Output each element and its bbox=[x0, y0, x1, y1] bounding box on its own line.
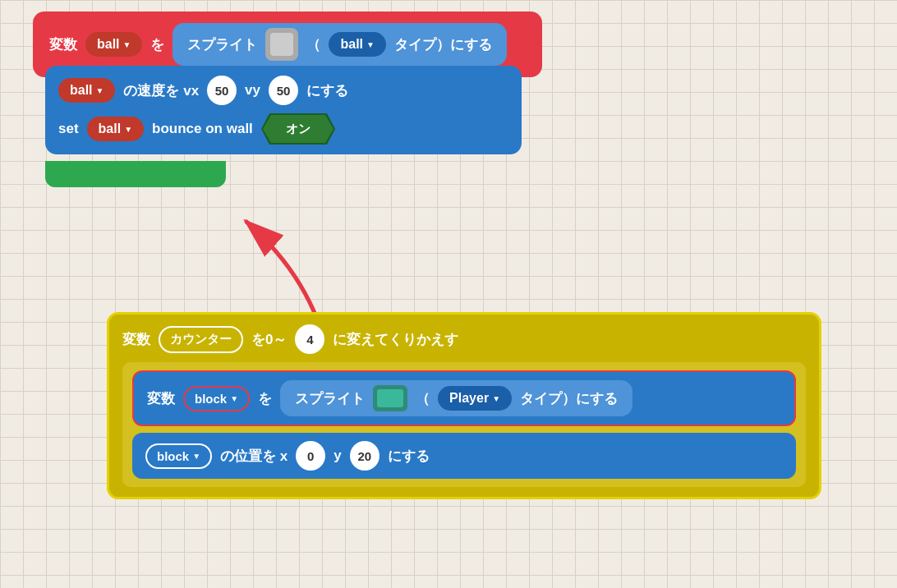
green-bottom-strip bbox=[45, 161, 226, 187]
ball-dropdown-1[interactable]: ball ▼ bbox=[85, 32, 142, 57]
hensuu-label: 変数 bbox=[49, 35, 77, 54]
inner-position-row: block ▼ の位置を x 0 y 20 にする bbox=[132, 433, 796, 479]
inner-wo: を bbox=[258, 389, 272, 408]
loop-counter-value[interactable]: 4 bbox=[295, 324, 324, 354]
counter-pill[interactable]: カウンター bbox=[159, 326, 243, 353]
sprite-label: スプライト bbox=[187, 35, 257, 54]
hex-toggle-svg: オン bbox=[261, 113, 335, 145]
position-nisu: にする bbox=[388, 447, 430, 466]
loop-inner: 変数 block ▼ を スプライト （ Player ▼ タイプ） bbox=[122, 362, 806, 487]
canvas-area: 変数 ball ▼ を スプライト （ ball ▼ タイプ）にする ball … bbox=[0, 0, 897, 588]
block-dropdown-2[interactable]: block ▼ bbox=[145, 443, 212, 469]
set-label: set bbox=[58, 121, 79, 137]
x-value[interactable]: 0 bbox=[296, 441, 325, 471]
loop-block: 変数 カウンター を0～ 4 に変えてくりかえす 変数 block ▼ を スプ… bbox=[107, 312, 821, 499]
inner-open: （ bbox=[416, 389, 430, 408]
sprite-thumbnail[interactable] bbox=[265, 28, 298, 61]
inner-sprite-label: スプライト bbox=[295, 389, 365, 408]
speed-row: ball ▼ の速度を vx 50 vy 50 にする bbox=[58, 76, 508, 105]
loop-wo-label: を0～ bbox=[251, 330, 287, 349]
vx-value[interactable]: 50 bbox=[207, 76, 237, 105]
ball-speed-dropdown[interactable]: ball ▼ bbox=[58, 78, 115, 103]
player-sprite-inner bbox=[377, 389, 403, 407]
type-label: タイプ）にする bbox=[394, 35, 492, 54]
sprite-inner bbox=[270, 33, 293, 56]
open-paren: （ bbox=[306, 35, 320, 54]
loop-header: 変数 カウンター を0～ 4 に変えてくりかえす bbox=[122, 324, 806, 354]
inner-sprite-row: 変数 block ▼ を スプライト （ Player ▼ タイプ） bbox=[132, 370, 796, 426]
chevron-down-icon-3: ▼ bbox=[96, 86, 104, 95]
chevron-down-icon-7: ▼ bbox=[192, 452, 200, 461]
loop-hensuu-label: 変数 bbox=[122, 330, 150, 349]
svg-text:オン: オン bbox=[286, 122, 310, 136]
chevron-down-icon-4: ▼ bbox=[124, 125, 132, 134]
vy-label: vy bbox=[245, 82, 260, 99]
speed-label: の速度を vx bbox=[123, 81, 199, 100]
ball-type-dropdown[interactable]: ball ▼ bbox=[329, 32, 385, 57]
block-dropdown-1[interactable]: block ▼ bbox=[183, 386, 250, 411]
chevron-down-icon: ▼ bbox=[123, 40, 131, 49]
loop-repeat-label: に変えてくりかえす bbox=[333, 330, 458, 349]
chevron-down-icon-2: ▼ bbox=[366, 40, 375, 49]
player-sprite-thumbnail[interactable] bbox=[373, 385, 407, 411]
player-type-dropdown[interactable]: Player ▼ bbox=[438, 386, 512, 411]
nisu-label: にする bbox=[306, 81, 348, 100]
ball-bounce-dropdown[interactable]: ball ▼ bbox=[87, 117, 144, 141]
y-value[interactable]: 20 bbox=[350, 441, 380, 471]
block-blue-container: ball ▼ の速度を vx 50 vy 50 にする set ball ▼ b… bbox=[45, 66, 522, 154]
bounce-wall-label: bounce on wall bbox=[152, 121, 253, 137]
hex-toggle-container[interactable]: オン bbox=[261, 113, 335, 145]
chevron-down-icon-6: ▼ bbox=[492, 394, 500, 403]
bounce-row: set ball ▼ bounce on wall オン bbox=[58, 113, 508, 145]
inner-type: タイプ）にする bbox=[520, 389, 618, 408]
chevron-down-icon-5: ▼ bbox=[230, 394, 238, 403]
position-label: の位置を x bbox=[220, 447, 288, 466]
inner-hensuu: 変数 bbox=[147, 389, 175, 408]
sprite-container: スプライト （ ball ▼ タイプ）にする bbox=[172, 23, 506, 66]
inner-sprite-container: スプライト （ Player ▼ タイプ）にする bbox=[280, 380, 632, 416]
wo-label: を bbox=[150, 35, 164, 54]
vy-value[interactable]: 50 bbox=[269, 76, 298, 105]
y-label: y bbox=[334, 448, 341, 464]
